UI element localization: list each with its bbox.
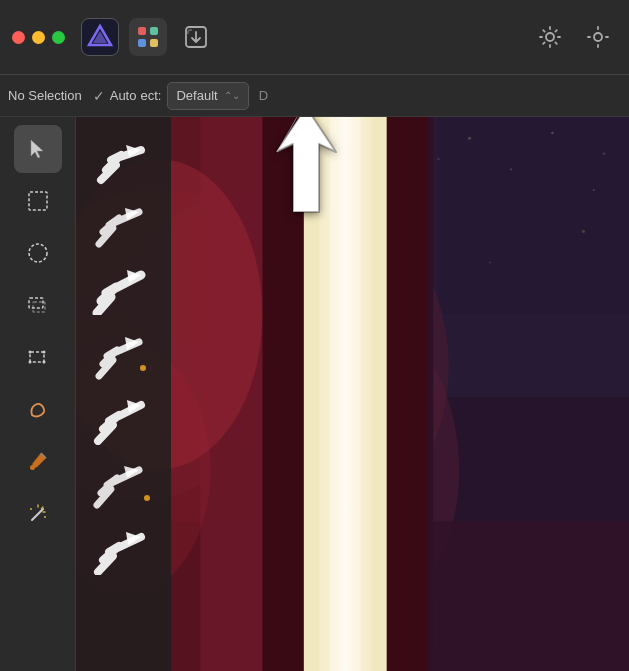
brush-item-4[interactable]: [89, 327, 159, 382]
svg-rect-5: [150, 39, 158, 47]
auto-checkbox-group: ✓ Auto ect:: [92, 88, 162, 103]
brush-item-3[interactable]: [89, 262, 159, 317]
rect-select-tool[interactable]: [14, 177, 62, 225]
freehand-tool[interactable]: [14, 385, 62, 433]
svg-rect-50: [304, 117, 387, 671]
toolbar: No Selection ✓ Auto ect: Default ⌃⌄ D: [0, 75, 629, 117]
main-area: [0, 117, 629, 671]
lasso-select-tool[interactable]: [14, 281, 62, 329]
close-button[interactable]: [12, 31, 25, 44]
dropdown-arrow-icon: ⌃⌄: [224, 90, 240, 101]
svg-point-7: [546, 33, 554, 41]
svg-point-15: [42, 351, 45, 354]
ellipse-select-tool[interactable]: [14, 229, 62, 277]
svg-rect-9: [29, 192, 47, 210]
left-toolbar: [0, 117, 76, 671]
svg-rect-4: [138, 39, 146, 47]
maximize-button[interactable]: [52, 31, 65, 44]
polygon-select-tool[interactable]: [14, 333, 62, 381]
svg-rect-53: [428, 117, 629, 671]
svg-line-21: [41, 507, 43, 509]
brush-strip: [76, 117, 171, 671]
svg-point-57: [144, 495, 150, 501]
dropdown-value: Default: [176, 88, 217, 103]
svg-point-18: [30, 465, 35, 470]
gear-icon[interactable]: [531, 18, 569, 56]
svg-line-19: [32, 509, 43, 520]
brush-item-2[interactable]: [89, 197, 159, 252]
svg-rect-13: [30, 352, 44, 362]
svg-rect-3: [150, 27, 158, 35]
pointer-tool[interactable]: [14, 125, 62, 173]
svg-point-16: [42, 361, 45, 364]
magic-wand-tool[interactable]: [14, 489, 62, 537]
no-selection-label: No Selection: [8, 88, 82, 103]
paint-brush-tool[interactable]: [14, 437, 62, 485]
svg-point-8: [594, 33, 602, 41]
svg-rect-2: [138, 27, 146, 35]
canvas-area[interactable]: [76, 117, 629, 671]
svg-rect-46: [381, 117, 433, 671]
export-icon[interactable]: [177, 18, 215, 56]
svg-point-23: [30, 508, 32, 510]
brush-item-7[interactable]: [89, 522, 159, 577]
traffic-lights: [12, 31, 65, 44]
svg-point-17: [28, 361, 31, 364]
default-dropdown[interactable]: Default ⌃⌄: [167, 82, 248, 110]
affinity-icon[interactable]: [81, 18, 119, 56]
app-grid-icon[interactable]: [129, 18, 167, 56]
brush-item-6[interactable]: [89, 457, 159, 512]
svg-rect-45: [257, 117, 309, 671]
svg-point-14: [28, 351, 31, 354]
checkbox-checked[interactable]: ✓: [92, 89, 106, 103]
titlebar: [0, 0, 629, 75]
auto-text: Auto: [110, 88, 137, 103]
svg-point-56: [140, 365, 146, 371]
svg-point-24: [44, 516, 46, 518]
svg-point-10: [29, 244, 47, 262]
aspect-text: ect:: [140, 88, 161, 103]
gear-icon-2[interactable]: [579, 18, 617, 56]
brush-item-1[interactable]: [89, 132, 159, 187]
toolbar-end: D: [259, 88, 268, 103]
minimize-button[interactable]: [32, 31, 45, 44]
svg-rect-11: [29, 298, 43, 308]
brush-item-5[interactable]: [89, 392, 159, 447]
